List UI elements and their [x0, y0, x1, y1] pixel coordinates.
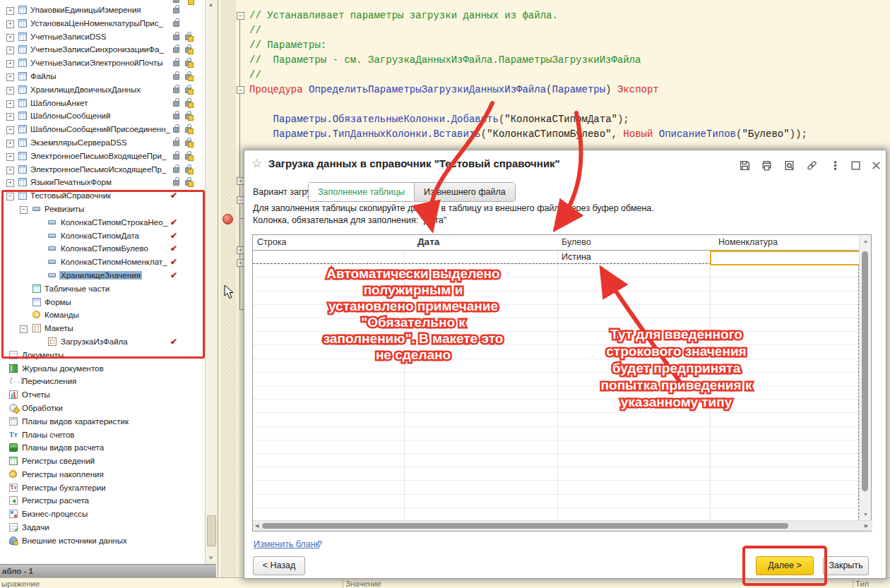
- fold-collapse-icon[interactable]: −: [237, 86, 244, 94]
- vscroll-thumb[interactable]: [862, 251, 868, 491]
- preview-icon[interactable]: [783, 160, 795, 172]
- tree-item[interactable]: Задачи: [0, 521, 205, 534]
- expand-icon[interactable]: +: [6, 20, 14, 28]
- tree-item[interactable]: Журналы документов: [0, 362, 205, 376]
- column-header-Строка[interactable]: Строка: [257, 237, 286, 247]
- scroll-down-icon[interactable]: ▼: [863, 512, 868, 517]
- tree-item[interactable]: Команды: [0, 308, 205, 322]
- close-icon[interactable]: [870, 160, 882, 172]
- back-button[interactable]: < Назад: [253, 556, 305, 575]
- expand-icon[interactable]: +: [6, 179, 14, 187]
- tree-item[interactable]: +УчетныеЗаписиЭлектроннойПочты: [0, 56, 205, 70]
- tree-item[interactable]: Табличные части: [0, 282, 205, 296]
- fold-collapse-icon[interactable]: −: [237, 12, 244, 20]
- table-hscrollbar[interactable]: ◀ ▶: [253, 520, 872, 531]
- table-body[interactable]: Истина: [253, 251, 860, 522]
- tree-item[interactable]: Формы: [0, 296, 205, 309]
- tree-item[interactable]: Регистры накопления: [0, 468, 205, 481]
- expand-icon[interactable]: +: [6, 87, 14, 95]
- tree-item[interactable]: +ЯзыкиПечатныхФорм: [0, 176, 205, 189]
- edit-form-link[interactable]: Изменить бланк: [254, 539, 319, 549]
- collapse-icon[interactable]: −: [20, 206, 28, 214]
- tree-item[interactable]: Планы видов характеристик: [0, 415, 205, 428]
- tree-scrollbar-thumb[interactable]: [207, 515, 216, 546]
- tree-item[interactable]: −Реквизиты: [0, 203, 205, 216]
- expand-icon[interactable]: +: [6, 167, 14, 174]
- expand-icon[interactable]: +: [6, 126, 14, 134]
- editor-breakpoint-margin[interactable]: [220, 0, 236, 579]
- expand-icon[interactable]: +: [6, 47, 14, 54]
- tree-item[interactable]: КолонкаСТипомБулево✔: [0, 242, 205, 256]
- expand-icon[interactable]: +: [6, 73, 14, 81]
- tree-item[interactable]: КолонкаСТипомДата✔: [0, 229, 205, 243]
- breakpoint-marker[interactable]: [222, 214, 233, 224]
- tab-fill-table[interactable]: Заполнение таблицы: [309, 183, 415, 201]
- tree-item[interactable]: КолонкаСТипомСтрокаНео_✔: [0, 216, 205, 229]
- scroll-up-icon[interactable]: ▲: [863, 239, 868, 244]
- tree-item[interactable]: +УчетныеЗаписиDSS: [0, 30, 205, 44]
- expand-icon[interactable]: +: [6, 140, 14, 148]
- help-link[interactable]: ?: [317, 539, 322, 549]
- expand-icon[interactable]: +: [6, 7, 14, 15]
- column-header-Булево[interactable]: Булево: [562, 237, 591, 247]
- tree-item[interactable]: +ШаблоныАнкет: [0, 97, 205, 110]
- collapse-icon[interactable]: −: [20, 325, 28, 333]
- tree-item[interactable]: −Макеты: [0, 322, 205, 335]
- more-icon[interactable]: [829, 160, 841, 172]
- tree-item[interactable]: Документы: [0, 349, 205, 362]
- scroll-left-icon[interactable]: ◀: [255, 523, 259, 529]
- favorite-star-icon[interactable]: ☆: [251, 156, 262, 171]
- cell-value[interactable]: Истина: [562, 252, 591, 262]
- tree-item[interactable]: +ЭкземплярыСервераDSS: [0, 136, 205, 150]
- tab-from-file[interactable]: Из внешнего файла: [415, 183, 515, 201]
- print-icon[interactable]: [761, 160, 773, 172]
- column-header-Дата[interactable]: Дата: [417, 236, 439, 247]
- tree-scrollbar[interactable]: ▲ ▼: [205, 0, 217, 564]
- tree-item[interactable]: +ШаблоныСообщенийПрисоединенн_: [0, 123, 205, 136]
- column-header-Номенклатура[interactable]: Номенклатура: [718, 237, 778, 247]
- maximize-icon[interactable]: [850, 160, 862, 172]
- expand-icon[interactable]: +: [6, 153, 14, 161]
- tree-item[interactable]: Перечисления: [0, 375, 205, 388]
- tree-item[interactable]: Регистры расчета: [0, 494, 205, 508]
- tree-item-label: ХранилищеДвоичныхДанных: [30, 85, 141, 94]
- tree-item[interactable]: Планы счетов: [0, 428, 205, 442]
- tree-item[interactable]: +ШаблоныСообщений: [0, 109, 205, 123]
- expand-icon[interactable]: +: [6, 113, 14, 121]
- tree-item[interactable]: +ЭлектронноеПисьмоИсходящееПр_: [0, 163, 205, 176]
- tree-item[interactable]: −ТестовыйСправочник✔: [0, 189, 205, 203]
- table-vscrollbar[interactable]: ▲ ▼: [859, 235, 871, 521]
- hscroll-thumb[interactable]: [262, 523, 788, 529]
- close-button[interactable]: Закрыть: [823, 556, 869, 575]
- scroll-right-icon[interactable]: ▶: [865, 523, 868, 529]
- tree-item[interactable]: +УчетныеЗаписиСинхронизацииФа_: [0, 43, 205, 56]
- save-icon[interactable]: [739, 160, 751, 172]
- tree-item[interactable]: Внешние источники данных: [0, 534, 205, 548]
- tree-item[interactable]: +УпаковкиЕдиницыИзмерения: [0, 4, 205, 17]
- tree-item[interactable]: Регистры сведений: [0, 455, 205, 468]
- scroll-up-icon[interactable]: ▲: [206, 1, 215, 8]
- collapse-icon[interactable]: −: [6, 193, 14, 200]
- tree-item[interactable]: КолонкаСТипомНоменклат_✔: [0, 256, 205, 269]
- expand-icon[interactable]: +: [6, 100, 14, 108]
- tree-item[interactable]: Отчеты: [0, 388, 205, 402]
- tree-item[interactable]: +Файлы: [0, 70, 205, 83]
- tree-item[interactable]: Обработки: [0, 402, 205, 415]
- scroll-down-icon[interactable]: ▼: [206, 555, 215, 561]
- tree-item[interactable]: Планы видов расчета: [0, 441, 205, 455]
- expand-icon[interactable]: +: [6, 60, 14, 68]
- tree-item[interactable]: ЗагрузкаИзФайла✔: [0, 335, 205, 349]
- next-button[interactable]: Далее >: [756, 556, 814, 575]
- tablo-title: абло - 1: [2, 567, 33, 575]
- selected-cell-editor[interactable]: [710, 251, 861, 265]
- tablo-panel-titlebar[interactable]: абло - 1: [0, 564, 216, 577]
- tree-item[interactable]: +УстановкаЦенНоменклатурыПрис_: [0, 17, 205, 30]
- catalog-icon: [18, 85, 27, 94]
- tree-item[interactable]: Бизнес-процессы: [0, 508, 205, 521]
- tree-item[interactable]: +ЭлектронноеПисьмоВходящееПри_: [0, 150, 205, 163]
- link-icon[interactable]: [806, 160, 818, 172]
- tree-item[interactable]: Регистры бухгалтерии: [0, 481, 205, 495]
- tree-item[interactable]: +ХранилищеДвоичныхДанных: [0, 83, 205, 97]
- tree-item[interactable]: ХранилищеЗначения✔: [0, 269, 205, 282]
- expand-icon[interactable]: +: [6, 34, 14, 42]
